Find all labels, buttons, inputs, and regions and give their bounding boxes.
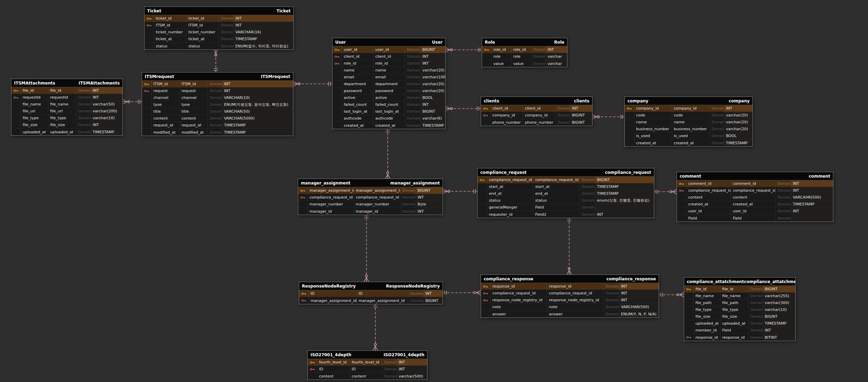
column-row-code[interactable]: codecodeDomainvarchar(20) <box>625 112 752 119</box>
column-row-requestId[interactable]: requestIdrequestIdDomainINT <box>11 94 122 101</box>
table-ISO27001_4depth[interactable]: ISO27001_4depthISO27001_4depthfourth_lev… <box>307 350 427 380</box>
column-row-failed_count[interactable]: failed_countfailed_countDomainINT <box>332 101 445 108</box>
column-row-status[interactable]: statusstatusDomainenum(신청, 진행중, 진행완료) <box>478 197 654 204</box>
column-row-manager_number[interactable]: manager_numbermanager_numberDomainByte <box>298 201 443 208</box>
column-row-ITSM_id[interactable]: ITSM_idITSM_idDomainINT <box>144 22 293 29</box>
table-User[interactable]: UserUseruser_iduser_idDomainBIGINTclient… <box>332 38 446 129</box>
column-row-manager_assignment_id[interactable]: manager_assignment_idmanager_assignment_… <box>298 187 443 194</box>
table-header[interactable]: compliance_responsecompliance_response <box>481 275 659 283</box>
column-row-start_at[interactable]: start_atstart_atDomainTIMESTAMP <box>478 183 654 190</box>
column-row-compliance_request_id[interactable]: compliance_request_idcompliance_request_… <box>481 290 659 297</box>
column-row-manager_id[interactable]: manager_idmanager_idDomainINT <box>298 208 443 215</box>
column-row-user_id[interactable]: user_iduser_idDomainINT <box>677 208 833 215</box>
column-row-status[interactable]: statusstatusDomainENUM(접수, 처리중, 처리완료) <box>144 43 293 49</box>
column-row-generalManger[interactable]: generalMangerFieldDomain <box>478 204 654 211</box>
table-header[interactable]: manager_assignmentmanager_assignment <box>298 179 443 187</box>
column-row-tyoe[interactable]: tyoetyoeDomainENUM(지원요청, 분석요청, 확인요청) <box>142 101 293 108</box>
column-row-content[interactable]: contentcontentDomainvarchar(500) <box>308 373 427 380</box>
table-header[interactable]: ISO27001_4depthISO27001_4depth <box>308 351 427 359</box>
table-compliance_response[interactable]: compliance_responsecompliance_responsere… <box>481 274 659 318</box>
column-row-is_used[interactable]: is_usedis_usedDomainBOOL <box>625 133 752 139</box>
column-row-ticket_at[interactable]: ticket_atticket_atDomainTIMESTAMP <box>144 36 293 43</box>
table-compliance_attatchment[interactable]: compliance_attatchmentcompliance_attatch… <box>684 277 796 341</box>
table-header[interactable]: TicketTicket <box>144 7 293 15</box>
table-header[interactable]: compliance_attatchmentcompliance_attatch… <box>684 278 795 286</box>
column-row-file_name[interactable]: file_namefile_nameDomainvarchar(255) <box>684 293 795 300</box>
column-row-authcode[interactable]: authcodeauthcodeDomainvarchar(6) <box>332 115 445 122</box>
column-row-request_at[interactable]: request_atrequest_atDomainTIMESTAMP <box>142 122 293 129</box>
table-Role[interactable]: RoleRolerole_idrole_idDomainINTroleroleD… <box>482 38 567 67</box>
column-row-modified_at[interactable]: modified_atmodified_atDomainTIMESTAMP <box>142 129 293 136</box>
table-header[interactable]: clientsclients <box>481 97 592 105</box>
column-row-active[interactable]: activeactiveDomainBOOL <box>332 94 445 101</box>
column-row-uploaded_at[interactable]: uploaded_atuploaded_atDomainTIMESTAMP <box>684 320 795 327</box>
column-row-response_node_registry_id[interactable]: response_node_registry_idresponse_node_r… <box>481 297 659 304</box>
column-row-ID[interactable]: IDIDDomainINT <box>299 290 443 297</box>
column-row-file_url[interactable]: file_urlfile_urlDomainvarchar(200) <box>11 108 122 115</box>
column-row-email[interactable]: emailemailDomainvarchar(100) <box>332 74 445 81</box>
table-header[interactable]: ITSMAttachmentsITSMAttachments <box>11 79 122 87</box>
column-row-ITSM_id[interactable]: ITSM_idITSM_idDomainINT <box>142 81 293 88</box>
column-row-user_id[interactable]: user_iduser_idDomainBIGINT <box>332 46 445 53</box>
column-row-ticket_id[interactable]: ticket_idticket_idDomainINT <box>144 15 293 22</box>
column-row-phone_number[interactable]: phone_numberphone_numberDomainBIGINT <box>481 119 592 126</box>
table-header[interactable]: ResponseNodeRegistryResponseNodeRegistry <box>299 282 443 290</box>
column-row-file_type[interactable]: file_typefile_typeDomainvarchar(10) <box>684 306 795 313</box>
table-comment[interactable]: commentcommentcomment_idcomment_idDomain… <box>677 172 833 222</box>
column-row-Field[interactable]: FieldFieldDomain <box>677 215 833 222</box>
column-row-file_type[interactable]: file_typefile_typeDomainvarchar(10) <box>11 115 122 122</box>
column-row-requester_id[interactable]: requester_idField2DomainINT <box>478 211 654 218</box>
column-row-content[interactable]: contentcontentDomainVARCHAR(5000) <box>142 115 293 122</box>
column-row-response_id[interactable]: response_idresponse_idDomainBITINT <box>684 334 795 341</box>
column-row-file_id[interactable]: file_idfile_idDomainBIGINT <box>684 286 795 293</box>
column-row-client_id[interactable]: client_idclient_idDomainINT <box>481 105 592 112</box>
table-ITSMrequest[interactable]: ITSMrequestITSMrequestITSM_idITSM_idDoma… <box>142 72 293 136</box>
column-row-value[interactable]: valuevalueDomainvarchar <box>482 60 567 67</box>
column-row-created_at[interactable]: created_atcreated_atDomainTIMESTAMP <box>332 122 445 129</box>
column-row-file_size[interactable]: file_sizefile_sizeDomainBIGINT <box>684 313 795 320</box>
table-ResponseNodeRegistry[interactable]: ResponseNodeRegistryResponseNodeRegistry… <box>299 282 443 304</box>
column-row-last_login_at[interactable]: last_login_atlast_login_atDomainBIGINT <box>332 108 445 115</box>
table-header[interactable]: companycompany <box>625 97 752 105</box>
table-header[interactable]: RoleRole <box>482 38 567 46</box>
table-header[interactable]: ITSMrequestITSMrequest <box>142 72 293 81</box>
column-row-comment_id[interactable]: comment_idcomment_idDomainINT <box>677 180 833 187</box>
column-row-fourth_level_id[interactable]: fourth_level_idfourth_level_idDomainINT <box>308 359 427 366</box>
column-row-file_id[interactable]: file_idfile_idDomainINT <box>11 87 122 94</box>
table-manager_assignment[interactable]: manager_assignmentmanager_assignmentmana… <box>298 179 443 215</box>
column-row-company_id[interactable]: company_idcompany_idDomainBIGINT <box>481 112 592 119</box>
column-row-department[interactable]: departmentdepartmentDomainvarchar(20) <box>332 81 445 88</box>
column-row-file_name[interactable]: file_namefile_nameDomainvarchar(50) <box>11 101 122 108</box>
table-header[interactable]: commentcomment <box>677 172 833 180</box>
table-clients[interactable]: clientsclientsclient_idclient_idDomainIN… <box>481 97 593 126</box>
column-row-end_at[interactable]: end_atend_atDomainTIMESTAMP <box>478 190 654 197</box>
column-row-role_id[interactable]: role_idrole_idDomainINT <box>482 46 567 53</box>
column-row-created_at[interactable]: created_atcreated_atDomainTIMESTAMP <box>677 201 833 208</box>
column-row-compliance_request_id[interactable]: compliance_request_idcompliance_request_… <box>677 187 833 194</box>
column-row-ticket_number[interactable]: ticket_numberticket_numberDomainVARCHAR(… <box>144 29 293 36</box>
column-row-answer[interactable]: answeranswerDomainENUM(Y, N, P, N/A) <box>481 311 659 317</box>
column-row-manager_assignment_id[interactable]: manager_assignment_idmanager_assignment_… <box>299 297 443 304</box>
column-row-created_at[interactable]: created_atcreated_atDomainTIMESTAMP <box>625 139 752 146</box>
table-header[interactable]: compliance_requestcompliance_request <box>478 168 654 177</box>
column-row-compliance_request_id[interactable]: compliance_request_idcompliance_request_… <box>478 177 654 183</box>
table-header[interactable]: UserUser <box>332 38 445 46</box>
column-row-role[interactable]: roleroleDomainvarchar <box>482 53 567 60</box>
column-row-client_id[interactable]: client_idclient_idDomainINT <box>332 53 445 60</box>
column-row-content[interactable]: contentcontentDomainVARCAHR(500) <box>677 194 833 201</box>
column-row-name[interactable]: namenameDomainvarchar(20) <box>332 67 445 74</box>
column-row-name[interactable]: namenameDomainvarchar(20) <box>625 119 752 126</box>
column-row-response_id[interactable]: response_idresponse_idDomainINT <box>481 283 659 290</box>
column-row-ID[interactable]: IDIDDomainINT <box>308 366 427 373</box>
table-ITSMAttachments[interactable]: ITSMAttachmentsITSMAttachmentsfile_idfil… <box>11 79 123 136</box>
column-row-request[interactable]: requestrequestDomainINT <box>142 88 293 94</box>
column-row-business_number[interactable]: business_numberbusiness_numberDomainvarc… <box>625 126 752 133</box>
table-Ticket[interactable]: TicketTicketticket_idticket_idDomainINTI… <box>144 7 294 50</box>
table-compliance_request[interactable]: compliance_requestcompliance_requestcomp… <box>477 168 654 218</box>
column-row-role_id[interactable]: role_idrole_idDomainINT <box>332 60 445 67</box>
table-company[interactable]: companycompanycompany_idcompany_idDomain… <box>624 97 753 147</box>
column-row-title[interactable]: titletitleDomainVARCHAR(50) <box>142 108 293 115</box>
column-row-company_id[interactable]: company_idcompany_idDomainINT <box>625 105 752 112</box>
column-row-file_size[interactable]: file_sizefile_sizeDomainINT <box>11 122 122 128</box>
column-row-file_path[interactable]: file_pathfile_pathDomainvarchar(300) <box>684 300 795 306</box>
